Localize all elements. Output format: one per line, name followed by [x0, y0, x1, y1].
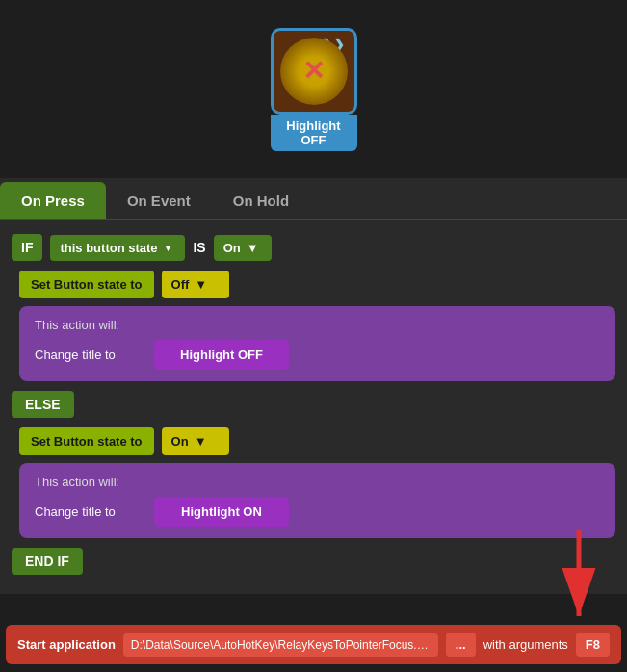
top-area: ❯❯ ✕ Highlight OFF	[0, 0, 627, 178]
if-row: IF this button state ▼ IS On ▼	[12, 234, 615, 261]
start-app-path[interactable]: D:\Data\Source\AutoHotKey\RelayKeysToPoi…	[123, 633, 438, 657]
set-on-arrow-icon: ▼	[195, 434, 207, 449]
start-app-label: Start application	[17, 637, 116, 652]
condition-arrow-icon: ▼	[164, 243, 173, 253]
is-label: IS	[193, 240, 205, 255]
endif-label: END IF	[12, 548, 83, 575]
set-off-value: Off	[171, 277, 190, 292]
else-label: ELSE	[12, 391, 74, 418]
action-else-row: Change title to Hightlight ON	[35, 497, 600, 527]
endif-container: END IF	[12, 548, 615, 584]
set-off-arrow-icon: ▼	[195, 277, 207, 292]
action-box-else: This action will: Change title to Hightl…	[19, 463, 615, 538]
set-on-value: On	[171, 434, 189, 449]
start-app-dots-button[interactable]: ...	[446, 633, 476, 657]
button-preview: ❯❯ ✕ Highlight OFF	[271, 28, 357, 151]
state-value: On	[223, 241, 241, 255]
action-if-title: This action will:	[35, 318, 600, 332]
state-arrow-icon: ▼	[247, 241, 259, 255]
condition-dropdown[interactable]: this button state ▼	[50, 235, 185, 261]
tabs-bar: On Press On Event On Hold	[0, 178, 627, 220]
action-else-title: This action will:	[35, 475, 600, 489]
set-on-dropdown[interactable]: On ▼	[162, 427, 229, 455]
change-title-else-value[interactable]: Hightlight ON	[154, 497, 289, 527]
change-title-if-value[interactable]: Highlight OFF	[154, 340, 289, 370]
set-button-off-label: Set Button state to	[19, 271, 154, 298]
condition-value: this button state	[60, 241, 157, 255]
change-title-if-label: Change title to	[35, 348, 141, 362]
state-dropdown[interactable]: On ▼	[214, 235, 272, 261]
set-off-dropdown[interactable]: Off ▼	[162, 271, 229, 298]
button-icon-inner: ✕	[280, 38, 348, 105]
change-title-else-label: Change title to	[35, 504, 141, 519]
action-if-row: Change title to Highlight OFF	[35, 340, 600, 370]
button-label: Highlight OFF	[271, 115, 357, 151]
tab-on-press[interactable]: On Press	[0, 182, 106, 219]
main-content: IF this button state ▼ IS On ▼ Set Butto…	[0, 220, 627, 594]
button-icon-box[interactable]: ❯❯ ✕	[271, 28, 357, 115]
start-app-with-label: with arguments	[483, 637, 568, 652]
if-label: IF	[12, 234, 42, 261]
tab-on-hold[interactable]: On Hold	[212, 182, 310, 219]
start-app-key[interactable]: F8	[576, 633, 610, 657]
start-app-row: Start application D:\Data\Source\AutoHot…	[6, 625, 621, 664]
action-box-if: This action will: Change title to Highli…	[19, 306, 615, 381]
set-button-on-label: Set Button state to	[19, 427, 154, 455]
button-icon-x: ✕	[302, 58, 325, 85]
set-button-on-row: Set Button state to On ▼	[19, 427, 615, 455]
set-button-off-row: Set Button state to Off ▼	[19, 271, 615, 298]
else-container: ELSE	[12, 391, 615, 427]
tab-on-event[interactable]: On Event	[106, 182, 212, 219]
